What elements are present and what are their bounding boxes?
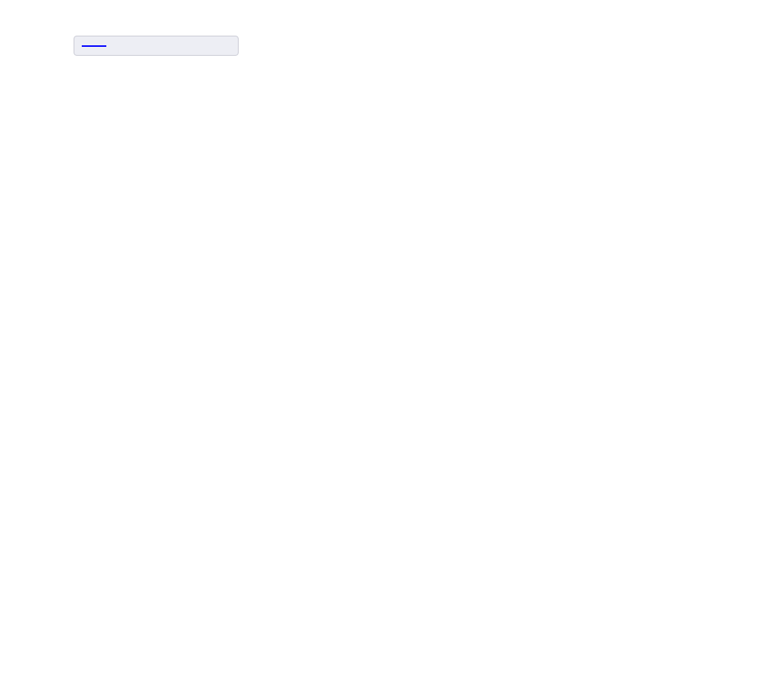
- legend: [74, 36, 239, 56]
- y-axis-label-top: [13, 71, 28, 294]
- y-axis-label-bottom: [13, 385, 28, 608]
- plot-canvas: [0, 0, 765, 700]
- legend-line-swatch: [82, 45, 106, 47]
- figure: [0, 0, 765, 700]
